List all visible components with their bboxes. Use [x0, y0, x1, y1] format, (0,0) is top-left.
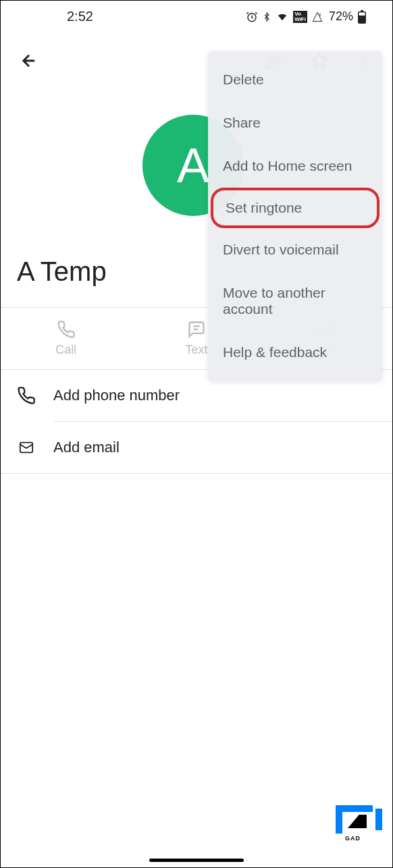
- alarm-icon: [246, 11, 258, 23]
- menu-divert-voicemail[interactable]: Divert to voicemail: [208, 228, 382, 271]
- add-email-row[interactable]: Add email: [1, 422, 392, 473]
- status-time: 2:52: [14, 9, 93, 24]
- menu-move-account[interactable]: Move to another account: [208, 271, 382, 331]
- call-label: Call: [55, 343, 76, 357]
- menu-delete[interactable]: Delete: [208, 58, 382, 101]
- text-label: Text: [185, 343, 207, 357]
- menu-add-home[interactable]: Add to Home screen: [208, 144, 382, 188]
- nav-pill[interactable]: [149, 859, 244, 862]
- menu-share[interactable]: Share: [208, 101, 382, 144]
- back-button[interactable]: [14, 46, 44, 78]
- phone-icon: [17, 386, 36, 405]
- svg-rect-4: [359, 12, 365, 16]
- battery-percent: 72%: [329, 9, 353, 24]
- overflow-menu: Delete Share Add to Home screen Set ring…: [208, 51, 382, 381]
- status-icons: VoWiFi x 72%: [246, 9, 379, 24]
- vowifi-icon: VoWiFi: [293, 11, 307, 23]
- battery-icon: [357, 10, 367, 24]
- signal-icon: x: [311, 11, 323, 22]
- svg-rect-3: [361, 10, 363, 12]
- bluetooth-icon: [262, 11, 271, 23]
- info-section: Add phone number Add email: [1, 370, 392, 474]
- avatar-letter: A: [177, 138, 209, 193]
- watermark-logo: GAD: [336, 805, 382, 834]
- add-email-label: Add email: [53, 439, 120, 456]
- svg-text:x: x: [319, 11, 321, 16]
- menu-help-feedback[interactable]: Help & feedback: [208, 331, 382, 374]
- call-tab[interactable]: Call: [1, 308, 131, 369]
- menu-set-ringtone[interactable]: Set ringtone: [211, 188, 379, 228]
- email-icon: [17, 438, 36, 457]
- status-bar: 2:52 VoWiFi x 72%: [1, 1, 392, 30]
- wifi-icon: [276, 11, 289, 22]
- add-phone-label: Add phone number: [53, 387, 180, 404]
